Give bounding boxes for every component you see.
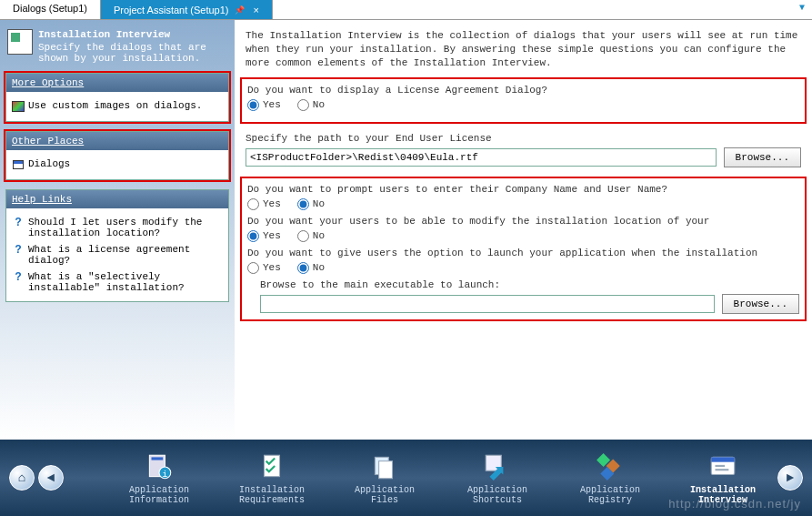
radio-location-no[interactable]: No — [297, 230, 325, 242]
watermark: http://blog.csdn.net/jy — [668, 497, 801, 511]
panel-other-places: Other Places Dialogs — [5, 131, 229, 180]
q-license: Do you want to display a License Agreeme… — [247, 85, 799, 96]
page-subtitle: Specify the dialogs that are shown by yo… — [38, 42, 206, 64]
tab-project-assistant[interactable]: Project Assistant (Setup1) 📌 × — [101, 0, 273, 19]
image-icon — [12, 100, 25, 113]
page-title: Installation Interview — [38, 29, 227, 40]
tab-label: Project Assistant (Setup1) — [114, 5, 229, 15]
radio-company-no[interactable]: No — [297, 198, 325, 210]
license-block: Do you want to display a License Agreeme… — [240, 77, 807, 124]
interview-icon — [7, 29, 33, 55]
svg-text:i: i — [163, 470, 168, 480]
question-icon: ? — [12, 217, 25, 229]
nav-install-requirements[interactable]: Installation Requirements — [231, 450, 313, 505]
nav-back-button[interactable]: ◄ — [38, 465, 64, 491]
q-launch: Do you want to give users the option to … — [247, 248, 799, 258]
sidebar: Installation Interview Specify the dialo… — [0, 20, 235, 439]
questions-block: Do you want to prompt users to enter the… — [240, 177, 807, 321]
pin-icon[interactable]: 📌 — [235, 5, 245, 15]
page-title-block: Installation Interview Specify the dialo… — [5, 25, 229, 73]
nav-forward-button[interactable]: ► — [777, 465, 803, 491]
panel-head-help: Help Links — [6, 190, 228, 208]
exe-path-input[interactable] — [260, 295, 715, 313]
panel-head-other-places: Other Places — [6, 132, 228, 150]
exe-label: Browse to the main executable to launch: — [260, 279, 799, 290]
nav-app-registry[interactable]: Application Registry — [569, 450, 651, 505]
svg-rect-12 — [711, 457, 735, 461]
panel-more-options: More Options Use custom images on dialog… — [5, 73, 229, 122]
registry-icon — [594, 450, 627, 483]
nav-app-shortcuts[interactable]: Application Shortcuts — [456, 450, 538, 505]
tab-bar: Dialogs (Setup1) Project Assistant (Setu… — [0, 0, 812, 20]
tab-dialogs[interactable]: Dialogs (Setup1) — [0, 0, 101, 19]
bottom-nav: ⌂ ◄ i Application Information Installati… — [0, 440, 812, 516]
radio-license-no[interactable]: No — [297, 99, 325, 111]
link-dialogs[interactable]: Dialogs — [10, 156, 225, 174]
help-link-license-dialog[interactable]: ? What is a license agreement dialog? — [10, 241, 225, 268]
content-area: The Installation Interview is the collec… — [235, 20, 812, 439]
app-info-icon: i — [143, 450, 175, 483]
radio-license-yes[interactable]: Yes — [247, 99, 281, 111]
nav-app-files[interactable]: Application Files — [344, 450, 426, 505]
question-icon: ? — [12, 244, 25, 257]
link-custom-images[interactable]: Use custom images on dialogs. — [10, 97, 225, 116]
panel-head-more-options: More Options — [6, 74, 228, 92]
svg-rect-4 — [265, 455, 280, 476]
eula-path-label: Specify the path to your End User Licens… — [246, 133, 801, 144]
close-icon[interactable]: × — [254, 5, 259, 15]
shortcuts-icon — [481, 450, 514, 483]
help-link-modify-location[interactable]: ? Should I let users modify the installa… — [10, 214, 225, 241]
panel-help-links: Help Links ? Should I let users modify t… — [5, 189, 229, 302]
requirements-icon — [256, 450, 288, 483]
files-icon — [368, 450, 401, 483]
browse-exe-button[interactable]: Browse... — [722, 294, 799, 314]
interview-nav-icon — [707, 450, 739, 483]
radio-location-yes[interactable]: Yes — [247, 230, 281, 242]
svg-rect-13 — [716, 465, 726, 467]
q-company: Do you want to prompt users to enter the… — [247, 184, 799, 195]
nav-home-button[interactable]: ⌂ — [9, 465, 35, 491]
dialog-icon — [12, 158, 25, 171]
browse-eula-button[interactable]: Browse... — [724, 147, 801, 167]
tab-menu-dropdown[interactable]: ▼ — [792, 0, 812, 19]
svg-rect-14 — [716, 469, 729, 470]
nav-app-information[interactable]: i Application Information — [118, 450, 200, 505]
radio-launch-no[interactable]: No — [297, 262, 325, 274]
svg-rect-1 — [152, 457, 164, 460]
question-icon: ? — [12, 271, 25, 284]
radio-company-yes[interactable]: Yes — [247, 198, 281, 210]
radio-launch-yes[interactable]: Yes — [247, 262, 281, 274]
eula-path-block: Specify the path to your End User Licens… — [246, 133, 801, 167]
q-modify-location: Do you want your users to be able to mod… — [247, 216, 799, 227]
help-link-selective-install[interactable]: ? What is a "selectively installable" in… — [10, 268, 225, 296]
svg-rect-6 — [379, 461, 393, 479]
eula-path-input[interactable] — [246, 148, 717, 167]
intro-text: The Installation Interview is the collec… — [246, 29, 801, 70]
